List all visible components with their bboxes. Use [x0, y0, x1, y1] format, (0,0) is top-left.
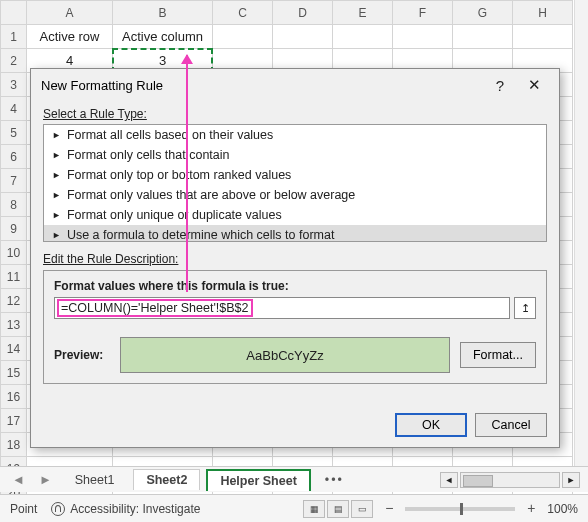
- row-header[interactable]: 2: [1, 49, 27, 73]
- ok-button[interactable]: OK: [395, 413, 467, 437]
- status-bar: Point Accessibility: Investigate ▦ ▤ ▭ −…: [0, 494, 588, 522]
- view-page-break-icon[interactable]: ▭: [351, 500, 373, 518]
- scroll-left-icon[interactable]: ◄: [440, 472, 458, 488]
- sheet-tab-sheet1[interactable]: Sheet1: [62, 469, 128, 490]
- rule-type-list[interactable]: ►Format all cells based on their values …: [43, 124, 547, 242]
- format-button[interactable]: Format...: [460, 342, 536, 368]
- accessibility-label: Accessibility: Investigate: [70, 502, 200, 516]
- view-page-layout-icon[interactable]: ▤: [327, 500, 349, 518]
- cell[interactable]: [513, 25, 573, 49]
- new-formatting-rule-dialog: New Formatting Rule ? ✕ Select a Rule Ty…: [30, 68, 560, 448]
- row-header[interactable]: 3: [1, 73, 27, 97]
- sheet-tab-helper-sheet[interactable]: Helper Sheet: [206, 469, 310, 491]
- formula-label: Format values where this formula is true…: [54, 279, 536, 293]
- row-header[interactable]: 15: [1, 361, 27, 385]
- cell-A1[interactable]: Active row: [27, 25, 113, 49]
- row-header[interactable]: 5: [1, 121, 27, 145]
- col-header-G[interactable]: G: [453, 1, 513, 25]
- horizontal-scrollbar[interactable]: ◄ ►: [358, 472, 580, 488]
- accessibility-status[interactable]: Accessibility: Investigate: [51, 502, 200, 516]
- bullet-icon: ►: [52, 150, 61, 160]
- bullet-icon: ►: [52, 170, 61, 180]
- col-header-D[interactable]: D: [273, 1, 333, 25]
- col-header-A[interactable]: A: [27, 1, 113, 25]
- formula-highlight: =COLUMN()='Helper Sheet'!$B$2: [57, 299, 253, 317]
- close-button[interactable]: ✕: [517, 71, 551, 99]
- tab-nav-prev-icon[interactable]: ◄: [8, 472, 29, 487]
- zoom-level[interactable]: 100%: [547, 502, 578, 516]
- status-mode: Point: [10, 502, 37, 516]
- preview-sample: AaBbCcYyZz: [120, 337, 450, 373]
- rule-type-label: Format only values that are above or bel…: [67, 188, 355, 202]
- row-header[interactable]: 8: [1, 193, 27, 217]
- col-header-B[interactable]: B: [113, 1, 213, 25]
- zoom-in-button[interactable]: +: [523, 501, 539, 517]
- row-header[interactable]: 18: [1, 433, 27, 457]
- rule-type-item[interactable]: ►Format only unique or duplicate values: [44, 205, 546, 225]
- formula-input[interactable]: =COLUMN()='Helper Sheet'!$B$2: [54, 297, 510, 319]
- dialog-titlebar[interactable]: New Formatting Rule ? ✕: [31, 69, 559, 101]
- zoom-slider[interactable]: [405, 507, 515, 511]
- rule-type-label: Format only cells that contain: [67, 148, 230, 162]
- cell-B1[interactable]: Active column: [113, 25, 213, 49]
- rule-description-panel: Format values where this formula is true…: [43, 270, 547, 384]
- col-header-C[interactable]: C: [213, 1, 273, 25]
- edit-rule-description-label: Edit the Rule Description:: [43, 252, 547, 266]
- select-all-corner[interactable]: [1, 1, 27, 25]
- bullet-icon: ►: [52, 230, 61, 240]
- cell[interactable]: [273, 25, 333, 49]
- rule-type-label: Use a formula to determine which cells t…: [67, 228, 334, 242]
- row-header[interactable]: 10: [1, 241, 27, 265]
- view-normal-icon[interactable]: ▦: [303, 500, 325, 518]
- cell[interactable]: [453, 25, 513, 49]
- row-header[interactable]: 11: [1, 265, 27, 289]
- rule-type-label: Format only unique or duplicate values: [67, 208, 282, 222]
- row-header[interactable]: 17: [1, 409, 27, 433]
- dialog-title: New Formatting Rule: [41, 78, 163, 93]
- rule-type-item[interactable]: ►Format only top or bottom ranked values: [44, 165, 546, 185]
- select-rule-type-label: Select a Rule Type:: [43, 107, 547, 121]
- cell[interactable]: [333, 25, 393, 49]
- rule-type-item-selected[interactable]: ►Use a formula to determine which cells …: [44, 225, 546, 242]
- row-header[interactable]: 7: [1, 169, 27, 193]
- cell-B2-value: 3: [159, 53, 166, 68]
- col-header-E[interactable]: E: [333, 1, 393, 25]
- preview-label: Preview:: [54, 348, 110, 362]
- rule-type-label: Format all cells based on their values: [67, 128, 273, 142]
- rule-type-label: Format only top or bottom ranked values: [67, 168, 291, 182]
- scroll-right-icon[interactable]: ►: [562, 472, 580, 488]
- row-header[interactable]: 16: [1, 385, 27, 409]
- row-header[interactable]: 12: [1, 289, 27, 313]
- scroll-track[interactable]: [460, 472, 560, 488]
- cancel-button[interactable]: Cancel: [475, 413, 547, 437]
- bullet-icon: ►: [52, 210, 61, 220]
- rule-type-item[interactable]: ►Format only cells that contain: [44, 145, 546, 165]
- sheet-tab-sheet2[interactable]: Sheet2: [133, 469, 200, 490]
- zoom-out-button[interactable]: −: [381, 501, 397, 517]
- cell[interactable]: [213, 25, 273, 49]
- row-header[interactable]: 9: [1, 217, 27, 241]
- cell[interactable]: [393, 25, 453, 49]
- row-header[interactable]: 14: [1, 337, 27, 361]
- sheet-tab-more-icon[interactable]: •••: [317, 473, 352, 487]
- rule-type-item[interactable]: ►Format all cells based on their values: [44, 125, 546, 145]
- row-header[interactable]: 13: [1, 313, 27, 337]
- tab-nav-next-icon[interactable]: ►: [35, 472, 56, 487]
- bullet-icon: ►: [52, 130, 61, 140]
- col-header-F[interactable]: F: [393, 1, 453, 25]
- vertical-scrollbar[interactable]: [574, 0, 588, 467]
- rule-type-item[interactable]: ►Format only values that are above or be…: [44, 185, 546, 205]
- help-button[interactable]: ?: [483, 71, 517, 99]
- row-header[interactable]: 4: [1, 97, 27, 121]
- row-header[interactable]: 6: [1, 145, 27, 169]
- accessibility-icon: [51, 502, 65, 516]
- row-header[interactable]: 1: [1, 25, 27, 49]
- bullet-icon: ►: [52, 190, 61, 200]
- collapse-dialog-icon[interactable]: ↥: [514, 297, 536, 319]
- sheet-tab-strip: ◄ ► Sheet1 Sheet2 Helper Sheet ••• ◄ ►: [0, 466, 588, 492]
- col-header-H[interactable]: H: [513, 1, 573, 25]
